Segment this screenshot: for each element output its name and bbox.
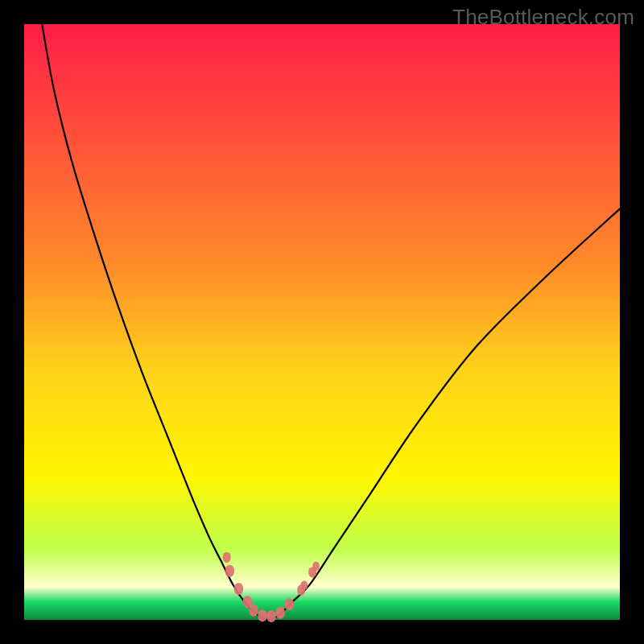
curve-marker [285,598,294,610]
curve-marker [312,562,319,571]
curve-marker [266,610,275,622]
bottleneck-plot [0,0,644,644]
curve-marker [225,565,234,577]
watermark-text: TheBottleneck.com [452,5,634,30]
curve-marker [249,605,258,617]
plot-background [24,24,620,620]
curve-marker [276,607,285,619]
chart-root: TheBottleneck.com [0,0,644,644]
curve-marker [301,580,308,589]
curve-marker [234,583,243,595]
curve-marker [258,609,266,621]
plot-area [24,24,620,622]
curve-marker [223,552,231,563]
